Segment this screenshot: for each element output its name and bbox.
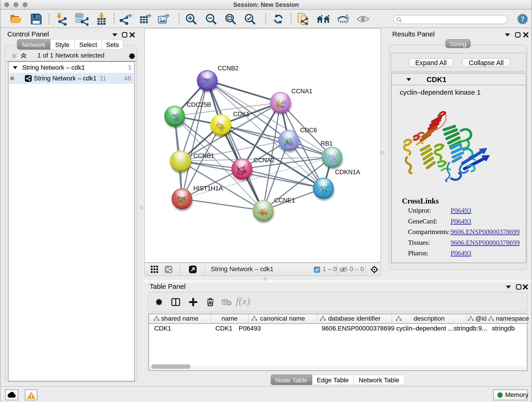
svg-text:HIST1H1A: HIST1H1A (193, 185, 223, 192)
svg-text:CDK1: CDK1 (233, 111, 250, 118)
svg-text:CCNB1: CCNB1 (193, 153, 215, 159)
svg-text:?: ? (521, 15, 525, 23)
svg-text:CDKN1A: CDKN1A (335, 169, 360, 176)
svg-text:CCNA2: CCNA2 (254, 157, 275, 164)
svg-text:CDC25B: CDC25B (187, 101, 211, 108)
svg-text:RB1: RB1 (321, 140, 333, 147)
svg-text:CCNB2: CCNB2 (218, 65, 239, 72)
svg-text:CCNE1: CCNE1 (274, 197, 295, 204)
svg-text:CDC6: CDC6 (300, 127, 317, 134)
svg-text:CCNA1: CCNA1 (291, 88, 312, 95)
